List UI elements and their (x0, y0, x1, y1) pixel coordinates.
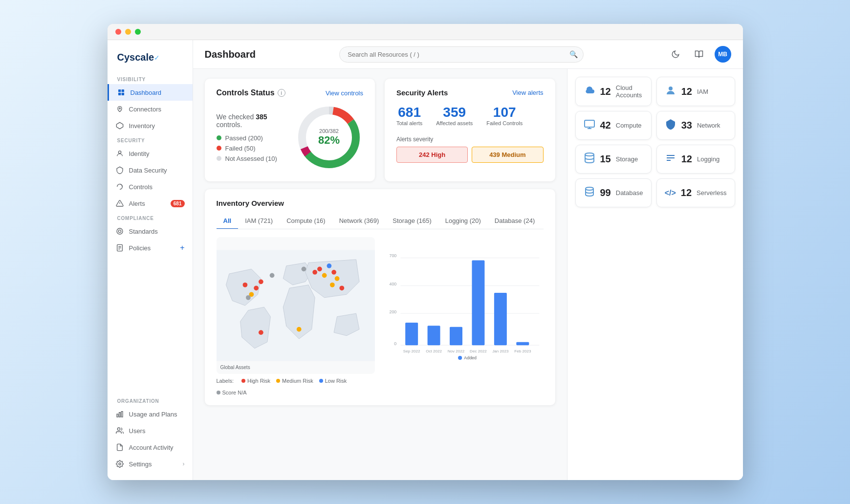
controls-checked-text: We checked 385 controls. (217, 113, 283, 129)
dashboard-body: Controls Status i View controls We check… (193, 69, 743, 480)
resource-card-serverless[interactable]: </> 12 Serverless (656, 178, 735, 207)
svg-point-31 (269, 273, 274, 278)
controls-status-info-icon[interactable]: i (278, 89, 285, 97)
connectors-icon (115, 105, 124, 113)
resource-card-network[interactable]: 33 Network (656, 111, 735, 140)
app-container: Cyscale✓ VISIBILITY Dashboard Connectors (108, 40, 743, 480)
svg-point-26 (242, 283, 247, 287)
sidebar-item-dashboard[interactable]: Dashboard (108, 84, 193, 101)
svg-point-65 (586, 187, 593, 190)
resource-card-compute[interactable]: 42 Compute (575, 111, 652, 140)
tab-iam[interactable]: IAM (721) (238, 213, 280, 229)
cloud-accounts-icon (584, 85, 595, 99)
svg-marker-5 (116, 122, 123, 129)
sidebar-users-label: Users (129, 427, 146, 435)
theme-toggle-button[interactable] (668, 46, 683, 62)
sidebar-item-controls[interactable]: Controls (108, 178, 193, 195)
dot-green[interactable] (135, 29, 141, 35)
svg-text:200: 200 (389, 309, 396, 314)
dot-red[interactable] (115, 29, 121, 35)
svg-text:700: 700 (389, 253, 396, 258)
inventory-tabs: All IAM (721) Compute (16) Network (369)… (217, 213, 544, 229)
user-avatar[interactable]: MB (715, 46, 731, 63)
sidebar-item-users[interactable]: Users (108, 422, 193, 439)
svg-point-19 (119, 463, 121, 465)
sidebar-connectors-label: Connectors (129, 106, 161, 113)
resource-card-cloud-accounts[interactable]: 12 Cloud Accounts (575, 77, 652, 106)
resource-card-iam[interactable]: 12 IAM (656, 77, 735, 106)
legend-passed: Passed (200) (217, 134, 283, 142)
affected-assets-value: 359 (443, 105, 466, 120)
resource-card-database[interactable]: 99 Database (575, 178, 652, 207)
sidebar-identity-label: Identity (129, 150, 150, 157)
sidebar-item-settings[interactable]: Settings › (108, 456, 193, 472)
sidebar-item-data-security[interactable]: Data Security (108, 162, 193, 178)
view-alerts-link[interactable]: View alerts (512, 89, 543, 96)
high-severity-label: High (431, 151, 445, 158)
sidebar-item-standards[interactable]: Standards (108, 223, 193, 240)
identity-icon (115, 149, 124, 158)
donut-fraction: 200/382 (318, 128, 340, 134)
sidebar-item-usage[interactable]: Usage and Plans (108, 406, 193, 422)
sidebar-section-compliance: COMPLIANCE (108, 212, 193, 223)
search-container: 🔍 (339, 46, 584, 63)
medium-severity-bar[interactable]: 439 Medium (472, 147, 543, 163)
svg-point-28 (254, 285, 259, 290)
network-icon (665, 118, 676, 132)
tab-logging[interactable]: Logging (20) (438, 213, 488, 229)
tab-database[interactable]: Database (24) (488, 213, 542, 229)
high-severity-bar[interactable]: 242 High (396, 147, 468, 163)
search-input[interactable] (339, 46, 584, 63)
chart-legend-dot (458, 356, 462, 360)
view-controls-link[interactable]: View controls (326, 89, 363, 97)
compute-count: 42 (600, 120, 611, 131)
sidebar-item-identity[interactable]: Identity (108, 145, 193, 162)
medium-severity-value: 439 (489, 151, 500, 158)
svg-point-6 (118, 151, 121, 153)
browser-window: Cyscale✓ VISIBILITY Dashboard Connectors (108, 24, 743, 480)
sidebar-item-inventory[interactable]: Inventory (108, 117, 193, 134)
tab-all[interactable]: All (217, 213, 239, 229)
bar-oct2022 (428, 326, 440, 345)
iam-name: IAM (697, 88, 708, 95)
logo-text: Cyscale (117, 52, 154, 63)
sidebar-item-alerts[interactable]: Alerts 681 (108, 195, 193, 212)
docs-button[interactable] (691, 46, 707, 62)
dot-yellow[interactable] (125, 29, 131, 35)
sidebar-section-visibility: VISIBILITY (108, 73, 193, 84)
sidebar-item-policies[interactable]: Policies + (108, 240, 193, 256)
sidebar-item-connectors[interactable]: Connectors (108, 101, 193, 117)
controls-body: We checked 385 controls. Passed (200) (217, 103, 364, 172)
tab-storage[interactable]: Storage (165) (386, 213, 438, 229)
legend-failed: Failed (50) (217, 145, 283, 152)
sidebar-controls-label: Controls (129, 183, 153, 191)
score-na-dot (217, 391, 220, 394)
resource-card-logging[interactable]: 12 Logging (656, 145, 735, 174)
svg-rect-2 (118, 93, 121, 95)
policies-add-button[interactable]: + (180, 243, 184, 252)
inventory-icon (115, 121, 124, 130)
policies-icon (115, 243, 124, 252)
bar-nov2022 (450, 327, 462, 345)
database-count: 99 (600, 187, 611, 198)
tab-network[interactable]: Network (369) (332, 213, 386, 229)
resource-card-storage[interactable]: 15 Storage (575, 145, 652, 174)
right-panel: 12 Cloud Accounts 12 IAM (567, 69, 743, 480)
tab-serverless[interactable]: Serverless (15) (542, 213, 543, 229)
inventory-title: Inventory Overview (217, 199, 544, 207)
svg-point-61 (585, 153, 594, 156)
svg-point-37 (331, 270, 336, 275)
settings-arrow: › (183, 460, 185, 467)
tab-compute[interactable]: Compute (16) (280, 213, 332, 229)
svg-rect-1 (121, 89, 124, 92)
svg-point-34 (317, 266, 322, 271)
usage-icon (115, 410, 124, 418)
svg-rect-58 (585, 120, 594, 127)
bar-dec2022 (472, 261, 484, 346)
serverless-icon: </> (665, 189, 676, 197)
not-assessed-dot (217, 156, 221, 161)
logging-count: 12 (681, 153, 692, 165)
sidebar-item-account-activity[interactable]: Account Activity (108, 439, 193, 456)
medium-risk-dot (276, 379, 280, 383)
left-content-area: Controls Status i View controls We check… (193, 69, 567, 480)
